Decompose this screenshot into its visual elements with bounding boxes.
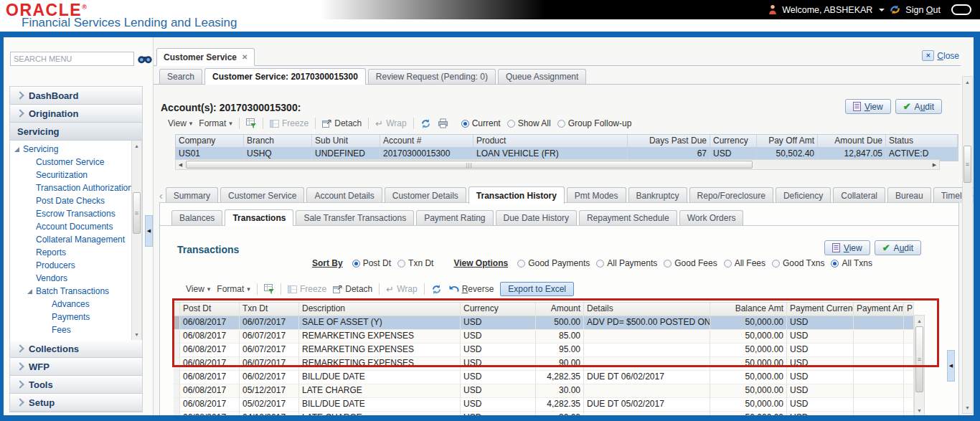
reverse-button[interactable]: Reverse: [448, 284, 494, 294]
scroll-down-icon[interactable]: [915, 407, 923, 415]
scroll-up-icon[interactable]: [915, 317, 923, 325]
wrap-button[interactable]: Wrap: [375, 118, 406, 129]
sidebar-tree-item[interactable]: Transaction Authorization: [10, 181, 131, 194]
transaction-row[interactable]: 06/08/2017 05/12/2017 LATE CHARGE USD 30…: [174, 384, 914, 398]
welcome-text[interactable]: Welcome, ABSHEKAR: [782, 5, 872, 15]
page-tab[interactable]: Queue Assignment: [498, 69, 586, 84]
page-tab[interactable]: Review Request (Pending: 0): [368, 69, 496, 84]
transaction-row[interactable]: 06/08/2017 05/02/2017 BILL/DUE DATE USD …: [174, 398, 914, 412]
view-option-radio[interactable]: All Txns: [831, 258, 872, 268]
sidebar-tree-item[interactable]: Account Documents: [10, 220, 131, 233]
detail-tab[interactable]: Repo/Foreclosure: [689, 187, 773, 203]
column-header[interactable]: Branch: [244, 135, 312, 147]
column-header[interactable]: Payment Currency: [787, 303, 854, 316]
scrollbar-thumb[interactable]: [963, 146, 971, 183]
transaction-row[interactable]: 06/08/2017 06/07/2017 REMARKETING EXPENS…: [174, 344, 914, 357]
filter-radio[interactable]: Group Follow-up: [557, 118, 632, 128]
transactions-scrollbar[interactable]: [914, 315, 925, 415]
sidebar-section-servicing[interactable]: Servicing: [10, 123, 142, 141]
scrollbar-thumb[interactable]: [915, 326, 923, 392]
column-header[interactable]: Details: [584, 303, 710, 316]
session-indicator-icon[interactable]: [951, 4, 971, 15]
format-menu[interactable]: Format: [199, 118, 232, 128]
detail-tab[interactable]: Transaction History: [468, 186, 565, 204]
wrap-button[interactable]: Wrap: [386, 284, 417, 295]
hscrollbar-thumb[interactable]: [186, 161, 753, 169]
sidebar-tree-item[interactable]: Post Date Checks: [10, 194, 131, 207]
sort-radio[interactable]: Post Dt: [352, 258, 391, 268]
column-header[interactable]: Description: [299, 303, 461, 316]
sidebar-tree-scrollbar[interactable]: [131, 141, 142, 340]
column-header[interactable]: Company: [176, 135, 244, 147]
detail-tab[interactable]: Bureau: [887, 187, 931, 203]
format-menu[interactable]: Format: [217, 284, 250, 294]
view-option-radio[interactable]: Good Txns: [772, 258, 824, 268]
page-tab[interactable]: Customer Service: 20170300015300: [204, 68, 366, 85]
column-header[interactable]: Status: [886, 135, 958, 147]
refresh-icon[interactable]: [431, 284, 442, 295]
column-header[interactable]: P: [904, 303, 914, 316]
filter-table-icon[interactable]: [246, 118, 256, 128]
detail-tab[interactable]: Summary: [166, 187, 218, 203]
sidebar-section[interactable]: Tools: [10, 376, 142, 394]
scroll-down-icon[interactable]: [133, 331, 141, 339]
sub-tab[interactable]: Sale Transfer Transactions: [296, 210, 414, 225]
view-menu[interactable]: View: [168, 118, 192, 128]
column-header[interactable]: Currency: [710, 135, 757, 147]
sidebar-section[interactable]: Origination: [10, 105, 142, 123]
column-header[interactable]: Payment Amt: [854, 303, 904, 316]
detach-button[interactable]: Detach: [333, 284, 372, 294]
page-tab[interactable]: Search: [159, 69, 202, 84]
sub-tab[interactable]: Transactions: [225, 209, 293, 226]
account-hscrollbar[interactable]: [175, 159, 940, 170]
filter-table-icon[interactable]: [264, 284, 274, 294]
view-option-radio[interactable]: Good Fees: [664, 258, 717, 268]
transactions-view-button[interactable]: View: [824, 240, 870, 255]
sidebar-section[interactable]: DashBoard: [10, 87, 142, 105]
scroll-right-icon[interactable]: [930, 161, 938, 169]
sub-tab[interactable]: Payment Rating: [416, 210, 493, 225]
sidebar-tree-item[interactable]: Producers: [10, 259, 131, 272]
column-header[interactable]: Amount Due: [818, 135, 886, 147]
sidebar-collapse-handle[interactable]: [145, 215, 153, 247]
refresh-icon[interactable]: [420, 118, 431, 129]
sign-out-icon[interactable]: [890, 4, 900, 15]
transaction-row[interactable]: 06/08/2017 06/07/2017 REMARKETING EXPENS…: [174, 330, 914, 344]
page-scrollbar[interactable]: [962, 76, 973, 414]
search-binoculars-icon[interactable]: [138, 54, 152, 64]
sub-tab[interactable]: Balances: [171, 210, 222, 225]
scroll-up-icon[interactable]: [963, 78, 971, 86]
sub-tab[interactable]: Due Date History: [496, 210, 577, 225]
account-audit-button[interactable]: Audit: [895, 99, 942, 114]
expand-triangle-icon[interactable]: [27, 289, 32, 294]
filter-radio[interactable]: Show All: [507, 118, 551, 128]
column-header[interactable]: Post Dt: [180, 303, 240, 316]
scroll-left-icon[interactable]: [176, 161, 184, 169]
sidebar-tree-item[interactable]: Securitization: [10, 169, 131, 181]
column-header[interactable]: Days Past Due: [628, 135, 710, 147]
sidebar-tree-item[interactable]: Escrow Transactions: [10, 207, 131, 220]
transactions-audit-button[interactable]: Audit: [875, 240, 921, 255]
sidebar-tree-item[interactable]: Advances: [10, 298, 131, 311]
scroll-up-icon[interactable]: [133, 142, 141, 150]
export-to-excel-button[interactable]: Export to Excel: [500, 282, 574, 296]
freeze-button[interactable]: Freeze: [288, 284, 326, 294]
panel-collapse-handle[interactable]: [947, 350, 955, 382]
close-button[interactable]: Close: [922, 50, 959, 61]
detail-tab[interactable]: Customer Details: [385, 187, 466, 203]
tab-close-icon[interactable]: ✕: [242, 53, 248, 61]
transaction-row[interactable]: 06/08/2017 06/02/2017 BILL/DUE DATE USD …: [174, 371, 914, 384]
scrollbar-thumb[interactable]: [133, 192, 141, 234]
sidebar-tree-item[interactable]: Collateral Management: [10, 233, 131, 246]
detail-tab[interactable]: Collateral: [833, 187, 885, 203]
window-tab-customer-service[interactable]: Customer Service ✕: [156, 48, 255, 66]
column-header[interactable]: Sub Unit: [312, 135, 380, 147]
column-header[interactable]: Currency: [461, 303, 536, 316]
view-option-radio[interactable]: Good Payments: [517, 258, 590, 268]
sub-tab[interactable]: Repayment Schedule: [579, 210, 677, 225]
detail-tab[interactable]: Pmt Modes: [567, 187, 626, 203]
column-header[interactable]: Product: [473, 135, 628, 147]
detail-tab[interactable]: Customer Service: [220, 187, 304, 203]
sidebar-tree-item[interactable]: Batch Transactions: [10, 285, 131, 298]
column-header[interactable]: Account #: [380, 135, 473, 147]
